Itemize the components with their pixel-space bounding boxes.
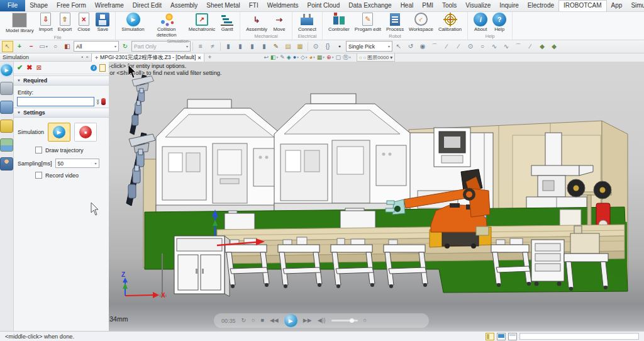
new-tab-button[interactable]: + — [204, 54, 214, 60]
menu-tab-wireframe[interactable]: Wireframe — [91, 0, 128, 11]
menu-tab-direct-edit[interactable]: Direct Edit — [128, 0, 166, 11]
center-snap-icon[interactable]: ⊙ — [465, 41, 476, 52]
workspace-button[interactable]: Workspace — [406, 12, 436, 33]
viewport-canvas[interactable]: <right-click> for entity input options. … — [91, 62, 644, 332]
menu-tab-weldments[interactable]: Weldments — [263, 0, 303, 11]
panel-toggle-icon[interactable] — [486, 333, 494, 340]
model-library-button[interactable]: Model library — [3, 12, 36, 35]
axis-target-icon[interactable]: ⊕▾ — [326, 54, 333, 60]
required-section-header[interactable]: Required — [14, 75, 109, 86]
folder-icon[interactable]: ▤ — [282, 41, 294, 52]
brackets-icon[interactable]: {} — [322, 41, 333, 52]
simulation-play-button[interactable]: ▶ — [48, 123, 70, 142]
window-select-icon[interactable]: ▭▾ — [38, 41, 49, 52]
menu-tab-irobotcam[interactable]: IROBOTCAM — [558, 0, 607, 11]
menu-tab-file[interactable]: File — [0, 0, 25, 11]
sketch-pencil-icon[interactable]: ✎ — [280, 54, 285, 60]
simulation-nav-icon[interactable] — [1, 64, 13, 76]
gantt-button[interactable]: Gantt — [218, 12, 236, 33]
menu-tab-tools[interactable]: Tools — [438, 0, 461, 11]
close-button[interactable]: Close — [74, 12, 93, 33]
help-doc-icon[interactable] — [99, 64, 106, 72]
export-button[interactable]: Export — [55, 12, 75, 33]
connect-button[interactable]: Connect — [296, 12, 319, 33]
entity-input[interactable] — [17, 97, 94, 106]
shaded-view-icon[interactable]: ●▾ — [293, 54, 299, 60]
mechatronic-button[interactable]: Mechatronic — [186, 12, 218, 33]
surface-pick-icon[interactable]: ◆ — [536, 41, 548, 52]
history-clock-icon[interactable]: ⊙ — [310, 41, 321, 52]
process-button[interactable]: Process — [384, 12, 406, 33]
structure-tree-nav-icon[interactable] — [0, 101, 13, 114]
add-to-selection-icon[interactable]: + — [14, 41, 25, 52]
menu-tab-simulation[interactable]: Simulation — [626, 0, 644, 11]
menu-tab-fti[interactable]: FTI — [245, 0, 263, 11]
pan-view-icon[interactable]: ◈ — [287, 54, 291, 60]
entity-filter-icon[interactable] — [101, 98, 106, 105]
document-tab[interactable]: MPGI-2301完成2程序修改.Z3 - [Default] × — [91, 53, 204, 62]
tangent-pick-icon[interactable]: ⌒ — [429, 41, 440, 52]
help-button[interactable]: Help — [490, 12, 509, 33]
panel-close-icon[interactable]: × — [86, 54, 89, 60]
tab-close-icon[interactable]: × — [197, 55, 201, 61]
background-image-icon[interactable]: ▦▾ — [317, 54, 325, 60]
mechanism-nav-icon[interactable] — [0, 82, 13, 95]
volume-slider[interactable] — [331, 320, 358, 321]
playback-settings-icon[interactable]: ○ — [364, 318, 367, 323]
entity-expand-icon[interactable]: ∨∨ — [96, 99, 99, 104]
diagonal-snap-icon[interactable]: ∕ — [525, 41, 536, 52]
menu-tab-pmi[interactable]: PMI — [418, 0, 438, 11]
menu-tab-data-exchange[interactable]: Data Exchange — [344, 0, 396, 11]
menu-tab-free-form[interactable]: Free Form — [52, 0, 91, 11]
spline-snap-icon[interactable]: ∿ — [501, 41, 512, 52]
sampling-select[interactable]: 50▾ — [55, 159, 99, 168]
display-mode-icon[interactable] — [497, 333, 506, 340]
about-button[interactable]: About — [471, 12, 490, 33]
render-mode-icon[interactable]: ◕▾ — [309, 54, 315, 60]
play-pause-button[interactable]: ▶ — [284, 314, 297, 327]
volume-icon[interactable]: ◀)) — [318, 318, 326, 323]
simulation-stop-button[interactable]: ■ — [74, 123, 97, 142]
circle-snap-icon[interactable]: ○ — [477, 41, 488, 52]
annotate-pen-icon[interactable]: ✎ — [270, 41, 282, 52]
save-button[interactable]: Save — [93, 12, 112, 33]
operator-nav-icon[interactable] — [0, 157, 13, 170]
collision-detection-button[interactable]: Collision detection — [147, 12, 186, 38]
assembly-button[interactable]: Assembly — [243, 12, 270, 33]
stop-playback-icon[interactable]: ■ — [261, 318, 264, 323]
window-layout-icon[interactable] — [508, 333, 517, 340]
lasso-select-icon[interactable]: ○ — [50, 41, 61, 52]
segment-snap-icon[interactable]: ∕ — [453, 41, 464, 52]
settings-section-header[interactable]: Settings — [14, 108, 109, 118]
menu-tab-visualize[interactable]: Visualize — [461, 0, 495, 11]
workspace-box-nav-icon[interactable] — [0, 120, 13, 133]
menu-tab-inquire[interactable]: Inquire — [495, 0, 523, 11]
loop-icon[interactable]: ↻ — [242, 318, 247, 323]
wireframe-view-icon[interactable]: ◇▾ — [301, 54, 308, 60]
view-bar-icon-3[interactable]: ▮ — [247, 41, 258, 52]
menu-tab-shape[interactable]: Shape — [25, 0, 52, 11]
solid-pick-icon[interactable]: ◆ — [548, 41, 560, 52]
menu-tab-app[interactable]: App — [607, 0, 627, 11]
section-view-icon[interactable]: Ⓗ▾ — [343, 53, 351, 62]
move-button[interactable]: Move — [270, 12, 289, 33]
line-snap-icon[interactable]: ∕ — [441, 41, 452, 52]
calibration-button[interactable]: Calibration — [436, 12, 464, 33]
midpoint-snap-icon[interactable]: ∿ — [489, 41, 500, 52]
fast-forward-icon[interactable]: ▶▶ — [303, 318, 312, 323]
arc-snap-icon[interactable]: ⌒ — [513, 41, 524, 52]
color-filter-icon[interactable]: ◧ — [62, 41, 73, 52]
record-icon[interactable]: ○ — [252, 318, 255, 323]
menu-tab-electrode[interactable]: Electrode — [523, 0, 558, 11]
pick-mode-combo[interactable]: Single Pick▾ — [346, 41, 392, 52]
menu-tab-assembly[interactable]: Assembly — [166, 0, 202, 11]
folder-add-icon[interactable]: ▦ — [294, 41, 306, 52]
import-button[interactable]: Import — [36, 12, 55, 33]
ok-check-icon[interactable]: ✔ — [17, 64, 23, 72]
viewport-window-icon[interactable]: ▢ — [335, 54, 341, 60]
record-video-checkbox[interactable] — [35, 172, 42, 179]
view-bar-icon-4[interactable]: ▮ — [258, 41, 270, 52]
pick-arrow-icon[interactable]: ↖ — [393, 41, 404, 52]
loop-pick-icon[interactable]: ↺ — [405, 41, 416, 52]
controller-button[interactable]: Controller — [326, 12, 352, 33]
